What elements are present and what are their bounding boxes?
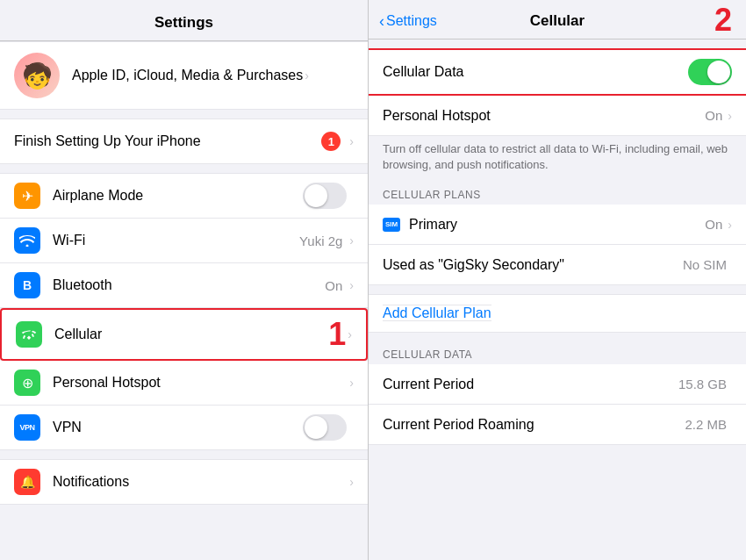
primary-plan-chevron: › [728, 218, 732, 232]
finish-setup-label: Finish Setting Up Your iPhone [14, 133, 321, 149]
sidebar-item-bluetooth[interactable]: B Bluetooth On › [0, 263, 368, 308]
notifications-icon: 🔔 [14, 469, 40, 495]
annotation-1: 1 [328, 319, 346, 350]
settings-group-connectivity: ✈ Airplane Mode Wi-Fi Yuki 2g › B Blueto… [0, 173, 368, 450]
hotspot-label: Personal Hotspot [53, 375, 348, 391]
finish-setup-chevron: › [349, 134, 354, 148]
personal-hotspot-value: On [705, 108, 722, 123]
cellular-data-label: Cellular Data [383, 64, 688, 80]
bluetooth-label: Bluetooth [53, 277, 325, 293]
avatar: 🧒 [14, 53, 60, 98]
current-period-roaming-row: Current Period Roaming 2.2 MB [369, 405, 746, 445]
settings-group-notifications: 🔔 Notifications › [0, 459, 368, 505]
sidebar-item-notifications[interactable]: 🔔 Notifications › [0, 459, 368, 505]
wifi-icon [14, 227, 40, 254]
sidebar-item-cellular[interactable]: Cellular 1 › [0, 308, 368, 361]
cellular-data-toggle[interactable] [688, 59, 732, 85]
cellular-chevron: › [348, 327, 352, 341]
cellular-header: ‹ Settings Cellular 2 [369, 0, 746, 39]
back-label: Settings [386, 13, 437, 29]
current-period-row: Current Period 15.8 GB [369, 364, 746, 405]
cellular-right-panel: ‹ Settings Cellular 2 Cellular Data Pers… [369, 0, 746, 560]
primary-plan-value: On [705, 217, 722, 232]
gigsky-plan-value: No SIM [683, 257, 727, 272]
personal-hotspot-label: Personal Hotspot [383, 108, 705, 124]
sidebar-item-hotspot[interactable]: ⊕ Personal Hotspot › [0, 361, 368, 406]
airplane-icon: ✈ [14, 183, 40, 209]
current-period-label: Current Period [383, 377, 678, 392]
profile-label: Apple ID, iCloud, Media & Purchases [72, 68, 303, 83]
notifications-chevron: › [349, 475, 354, 489]
airplane-label: Airplane Mode [53, 188, 303, 204]
gigsky-plan-row[interactable]: Used as "GigSky Secondary" No SIM [369, 245, 746, 285]
add-cellular-plan-label: Add Cellular Plan [383, 305, 491, 321]
back-chevron-icon: ‹ [379, 12, 384, 31]
vpn-icon: VPN [14, 414, 40, 441]
notifications-label: Notifications [53, 474, 348, 490]
cellular-title: Cellular [530, 12, 585, 30]
settings-left-panel: Settings 🧒 Apple ID, iCloud, Media & Pur… [0, 0, 369, 560]
airplane-toggle[interactable] [303, 183, 347, 209]
hotspot-chevron: › [349, 376, 354, 390]
left-panel-header: Settings [0, 0, 368, 41]
left-title: Settings [154, 14, 213, 31]
bluetooth-chevron: › [349, 278, 354, 292]
bluetooth-icon: B [14, 272, 40, 298]
wifi-value: Yuki 2g [299, 233, 342, 248]
personal-hotspot-chevron: › [728, 109, 732, 123]
annotation-2: 2 [714, 2, 732, 39]
current-period-value: 15.8 GB [678, 377, 727, 391]
hotspot-icon: ⊕ [14, 370, 40, 396]
vpn-toggle[interactable] [303, 414, 347, 441]
cellular-data-toggle-thumb [707, 61, 730, 83]
wifi-label: Wi-Fi [53, 233, 299, 248]
back-button[interactable]: ‹ Settings [379, 12, 437, 31]
sidebar-item-airplane[interactable]: ✈ Airplane Mode [0, 173, 368, 219]
add-cellular-plan-row[interactable]: Add Cellular Plan [369, 294, 746, 333]
finish-setup-badge: 1 [321, 132, 341, 151]
cellular-description: Turn off cellular data to restrict all d… [369, 136, 746, 182]
primary-plan-icon: SIM [383, 218, 400, 232]
finish-setup-row[interactable]: Finish Setting Up Your iPhone 1 › [0, 118, 368, 164]
gigsky-plan-label: Used as "GigSky Secondary" [383, 257, 683, 273]
cellular-data-section-header: CELLULAR DATA [369, 341, 746, 364]
airplane-toggle-thumb [305, 184, 327, 207]
cellular-label: Cellular [54, 327, 321, 342]
cellular-icon [16, 321, 42, 348]
personal-hotspot-row[interactable]: Personal Hotspot On › [369, 96, 746, 136]
cellular-plans-header: CELLULAR PLANS [369, 182, 746, 205]
wifi-chevron: › [349, 233, 354, 248]
sidebar-item-wifi[interactable]: Wi-Fi Yuki 2g › [0, 219, 368, 263]
profile-row[interactable]: 🧒 Apple ID, iCloud, Media & Purchases › [0, 41, 368, 110]
bluetooth-value: On [325, 278, 342, 293]
vpn-toggle-thumb [305, 416, 327, 439]
cellular-scroll-area: Cellular Data Personal Hotspot On › Turn… [369, 39, 746, 560]
cellular-data-row[interactable]: Cellular Data [369, 48, 746, 96]
primary-plan-label: Primary [409, 217, 705, 233]
vpn-label: VPN [53, 420, 303, 435]
profile-chevron: › [305, 68, 309, 83]
profile-text: Apple ID, iCloud, Media & Purchases [72, 68, 303, 83]
current-period-roaming-label: Current Period Roaming [383, 417, 685, 433]
current-period-roaming-value: 2.2 MB [685, 417, 727, 432]
primary-plan-row[interactable]: SIM Primary On › [369, 205, 746, 245]
sidebar-item-vpn[interactable]: VPN VPN [0, 406, 368, 450]
